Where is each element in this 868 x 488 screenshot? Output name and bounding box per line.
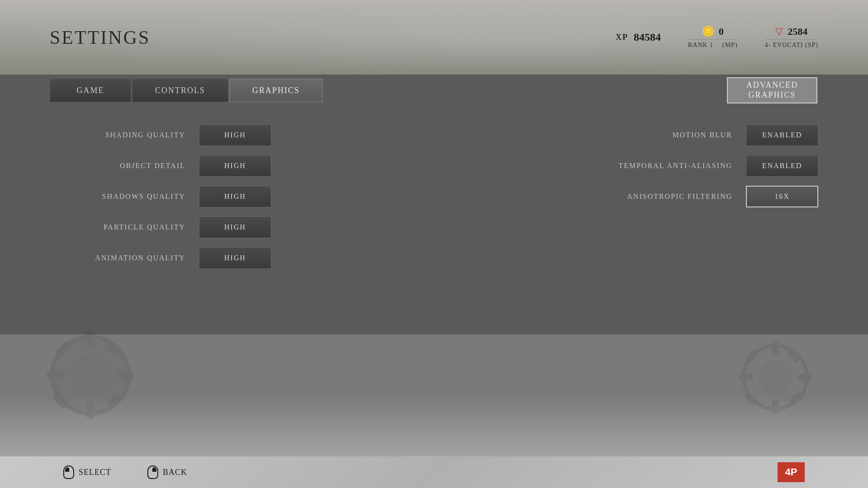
sp-icon: ▽: [775, 26, 783, 38]
setting-row-taa: TEMPORAL ANTI-ALIASING ENABLED: [434, 155, 818, 177]
setting-row-animation: ANIMATION QUALITY HIGH: [50, 247, 434, 269]
brand-badge: 4P: [778, 462, 805, 482]
sp-block: ▽ 2584 4- EVOCATI (SP): [765, 26, 818, 49]
footer-back: BACK: [147, 465, 187, 479]
settings-right-column: MOTION BLUR ENABLED TEMPORAL ANTI-ALIASI…: [434, 124, 818, 438]
sp-rank: 4- EVOCATI (SP): [765, 42, 818, 48]
tab-graphics[interactable]: GRAPHICS: [229, 79, 323, 102]
sp-value: 2584: [788, 26, 807, 38]
animation-quality-label: ANIMATION QUALITY: [50, 254, 185, 262]
select-label: SELECT: [79, 468, 111, 477]
header-stats: XP 84584 🪙 0 RANK 1 (MP) ▽ 2584: [616, 26, 818, 49]
header: SETTINGS XP 84584 🪙 0 RANK 1 (MP): [0, 0, 868, 75]
setting-row-anisotropic: ANISOTROPIC FILTERING 16x: [434, 186, 818, 207]
motion-blur-label: MOTION BLUR: [434, 131, 732, 139]
shadows-quality-label: SHADOWS QUALITY: [50, 192, 185, 201]
taa-label: TEMPORAL ANTI-ALIASING: [434, 162, 732, 170]
coins-value: 0: [719, 26, 724, 38]
mouse-right-icon: [147, 465, 158, 479]
page-title: SETTINGS: [50, 27, 150, 48]
xp-block: XP 84584: [616, 31, 661, 43]
xp-value: 84584: [634, 31, 661, 43]
rank-mp: (MP): [722, 42, 738, 49]
anisotropic-value[interactable]: 16x: [746, 186, 818, 207]
coins-icon: 🪙: [702, 26, 714, 38]
tab-bar: GAME CONTROLS GRAPHICS ADVANCEDGRAPHICS: [0, 75, 868, 106]
motion-blur-value[interactable]: ENABLED: [746, 124, 818, 146]
settings-left-column: SHADING QUALITY HIGH OBJECT DETAIL HIGH …: [50, 124, 434, 438]
shading-quality-label: SHADING QUALITY: [50, 131, 185, 139]
shadows-quality-value[interactable]: HIGH: [199, 186, 271, 207]
setting-row-shadows: SHADOWS QUALITY HIGH: [50, 186, 434, 207]
mouse-left-icon: [63, 465, 74, 479]
shading-quality-value[interactable]: HIGH: [199, 124, 271, 146]
settings-content: SHADING QUALITY HIGH OBJECT DETAIL HIGH …: [0, 106, 868, 456]
anisotropic-label: ANISOTROPIC FILTERING: [434, 192, 732, 201]
xp-label: XP: [616, 33, 628, 42]
object-detail-value[interactable]: HIGH: [199, 155, 271, 177]
tab-controls[interactable]: CONTROLS: [132, 79, 228, 102]
footer-bar: SELECT BACK 4P: [0, 456, 868, 488]
particle-quality-value[interactable]: HIGH: [199, 216, 271, 238]
rank-label: RANK 1: [688, 42, 713, 49]
taa-value[interactable]: ENABLED: [746, 155, 818, 177]
back-label: BACK: [163, 468, 187, 477]
animation-quality-value[interactable]: HIGH: [199, 247, 271, 269]
object-detail-label: OBJECT DETAIL: [50, 162, 185, 170]
tab-game[interactable]: GAME: [50, 79, 131, 102]
setting-row-particle: PARTICLE QUALITY HIGH: [50, 216, 434, 238]
rank-block: 🪙 0 RANK 1 (MP): [688, 26, 738, 49]
footer-select: SELECT: [63, 465, 111, 479]
tab-advanced-graphics[interactable]: ADVANCEDGRAPHICS: [727, 77, 817, 103]
setting-row-motion-blur: MOTION BLUR ENABLED: [434, 124, 818, 146]
setting-row-shading: SHADING QUALITY HIGH: [50, 124, 434, 146]
particle-quality-label: PARTICLE QUALITY: [50, 223, 185, 231]
setting-row-object-detail: OBJECT DETAIL HIGH: [50, 155, 434, 177]
